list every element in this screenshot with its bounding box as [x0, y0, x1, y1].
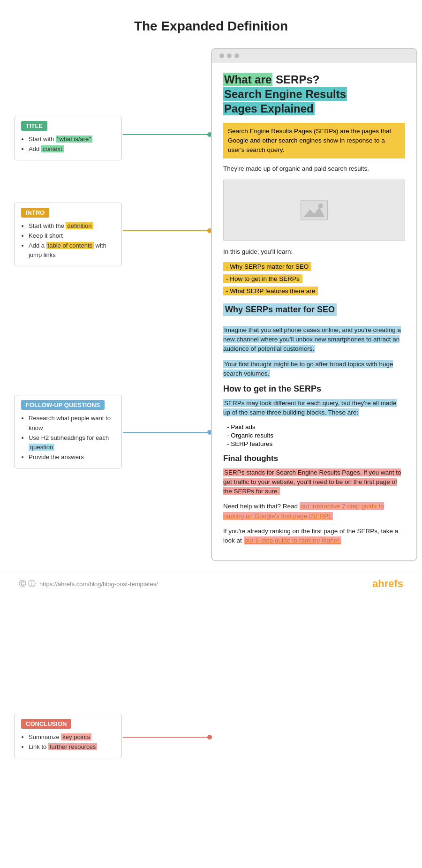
- toc-line-2: - How to get in the SERPs: [223, 274, 405, 285]
- toc-box: - Why SERPs matter for SEO - How to get …: [223, 262, 405, 297]
- ahrefs-logo: ahrefs: [372, 578, 403, 590]
- intro-label: INTRO: [21, 208, 49, 218]
- footer-icons: Ⓒ ⓘ: [19, 579, 36, 589]
- browser-window-container: What are SERPs? Search Engine Results Pa…: [136, 48, 408, 561]
- title-list: Start with "what is/are" Add context: [29, 135, 115, 154]
- intro-text: Search Engine Results Pages (SERPs) are …: [228, 128, 391, 154]
- article-list-1: - Paid ads - Organic results - SERP feat…: [227, 423, 405, 447]
- h1-highlight-3: Pages Explained: [223, 102, 315, 115]
- toc-line-3: - What SERP features there are: [223, 287, 405, 297]
- cc-icon: Ⓒ: [19, 579, 26, 589]
- content-wrapper: TITLE Start with "what is/are" Add conte…: [0, 48, 422, 561]
- list-item-1: - Paid ads: [227, 423, 405, 430]
- intro-list: Start with the definition Keep it short …: [29, 221, 115, 260]
- link-2[interactable]: our 6-step guide to ranking higher.: [244, 536, 342, 544]
- followup-label: FOLLOW-UP QUESTIONS: [21, 400, 105, 410]
- footer-url: https://ahrefs.com/blog/blog-post-templa…: [39, 581, 158, 588]
- svg-point-7: [207, 735, 212, 740]
- followup-item-1: Research what people want to know: [29, 414, 115, 433]
- definition-highlight: definition: [66, 222, 93, 229]
- toc-item-3: - What SERP features there are: [223, 287, 318, 295]
- what-is-highlight: "what is/are": [56, 136, 92, 143]
- browser-dot-1: [219, 53, 224, 58]
- link-1[interactable]: our interactive 7-step guide to ranking …: [223, 502, 384, 520]
- browser-bar: [212, 49, 416, 63]
- svg-point-10: [318, 203, 323, 208]
- title-item-1: Start with "what is/are": [29, 135, 115, 144]
- followup-list: Research what people want to know Use H2…: [29, 414, 115, 462]
- intro-item-3: Add a table of contents with jump links: [29, 241, 115, 261]
- h1-serps: SERPs?: [272, 73, 319, 86]
- conclusion-list: Summarize key points Link to further res…: [29, 732, 115, 752]
- list-item-2: - Organic results: [227, 432, 405, 439]
- conclusion-highlight: SERPs stands for Search Engine Results P…: [223, 468, 401, 496]
- followup-item-2: Use H2 subheadings for each question: [29, 433, 115, 453]
- article-h2-1: Why SERPs matter for SEO: [223, 303, 337, 316]
- article-p4: Need help with that? Read our interactiv…: [223, 502, 405, 521]
- page-container: The Expanded Definition TITLE Start with…: [0, 0, 422, 596]
- title-label: TITLE: [21, 121, 47, 131]
- browser-dot-2: [227, 53, 232, 58]
- conclusion-item-1: Summarize key points: [29, 732, 115, 742]
- toc-item-2: - How to get in the SERPs: [223, 274, 302, 283]
- browser-content: What are SERPs? Search Engine Results Pa…: [212, 63, 416, 560]
- image-icon: [300, 198, 328, 222]
- browser-dot-3: [234, 53, 239, 58]
- p3-highlight: SERPs may look different for each query,…: [223, 399, 397, 416]
- intro-p2: They're made up of organic and paid sear…: [223, 164, 405, 174]
- article-p1: Imagine that you sell phone cases online…: [223, 325, 405, 354]
- toc-line-1: - Why SERPs matter for SEO: [223, 262, 405, 272]
- toc-item-1: - Why SERPs matter for SEO: [223, 262, 311, 271]
- guide-intro: In this guide, you'll learn:: [223, 247, 405, 257]
- h1-highlight-1: What are: [223, 73, 272, 86]
- conclusion-annotation: CONCLUSION Summarize key points Link to …: [14, 714, 122, 758]
- p1-highlight: Imagine that you sell phone cases online…: [223, 326, 401, 353]
- article-p3: SERPs may look different for each query,…: [223, 399, 405, 418]
- h2-1-container: Why SERPs matter for SEO: [223, 303, 405, 321]
- conclusion-item-2: Link to further resources: [29, 742, 115, 752]
- context-highlight: context: [41, 145, 64, 152]
- article-h2-2: How to get in the SERPs: [223, 384, 321, 393]
- intro-item-1: Start with the definition: [29, 221, 115, 231]
- browser-window: What are SERPs? Search Engine Results Pa…: [211, 48, 417, 561]
- title-item-2: Add context: [29, 144, 115, 154]
- intro-item-2: Keep it short: [29, 231, 115, 241]
- final-thoughts: Final thoughts SERPs stands for Search E…: [223, 454, 405, 546]
- further-highlight: further resources: [48, 743, 97, 750]
- followup-item-3: Provide the answers: [29, 453, 115, 462]
- conclusion-label: CONCLUSION: [21, 719, 71, 729]
- image-placeholder: [223, 180, 405, 241]
- h2-2-container: How to get in the SERPs: [223, 384, 405, 394]
- title-annotation: TITLE Start with "what is/are" Add conte…: [14, 116, 122, 160]
- intro-highlighted-box: Search Engine Results Pages (SERPs) are …: [223, 123, 405, 159]
- key-points-highlight: key points: [61, 733, 91, 740]
- toc-highlight: table of contents: [46, 242, 94, 249]
- p2-highlight: Your first thought might be to go after …: [223, 360, 393, 377]
- h1-highlight-2: Search Engine Results: [223, 87, 347, 101]
- list-item-3: - SERP features: [227, 440, 405, 447]
- conclusion-p: SERPs stands for Search Engine Results P…: [223, 468, 405, 497]
- footer-left: Ⓒ ⓘ https://ahrefs.com/blog/blog-post-te…: [19, 579, 158, 589]
- page-title: The Expanded Definition: [0, 0, 422, 48]
- article-h3: Final thoughts: [223, 454, 278, 463]
- footer: Ⓒ ⓘ https://ahrefs.com/blog/blog-post-te…: [0, 571, 422, 596]
- intro-annotation: INTRO Start with the definition Keep it …: [14, 203, 122, 266]
- h3-container: Final thoughts: [223, 454, 405, 463]
- followup-annotation: FOLLOW-UP QUESTIONS Research what people…: [14, 395, 122, 468]
- article-p5: If you're already ranking on the first p…: [223, 527, 405, 546]
- article-p2: Your first thought might be to go after …: [223, 360, 405, 379]
- question-highlight: question: [29, 444, 54, 451]
- info-icon: ⓘ: [28, 579, 36, 589]
- article-h1: What are SERPs? Search Engine Results Pa…: [223, 72, 405, 116]
